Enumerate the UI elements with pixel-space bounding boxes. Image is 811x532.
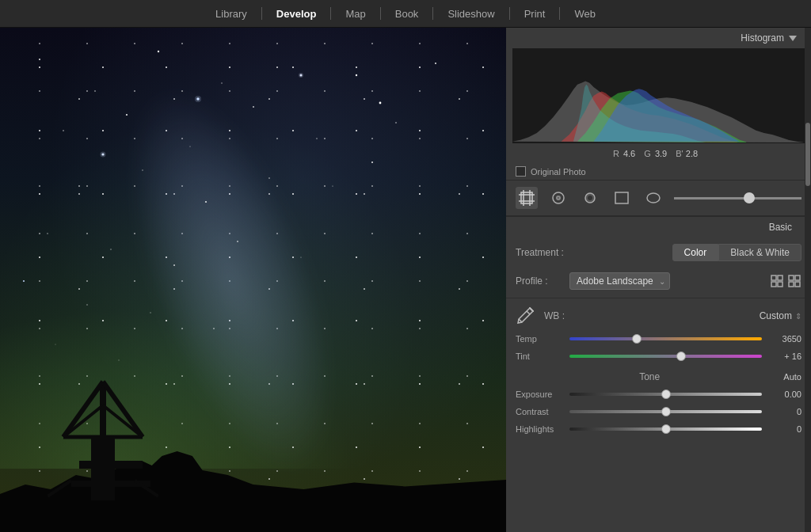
scrollbar-thumb[interactable] bbox=[805, 123, 810, 186]
basic-title: Basic bbox=[769, 222, 792, 233]
wb-label: WB : bbox=[544, 310, 565, 321]
svg-point-57 bbox=[558, 197, 559, 199]
profile-grid-icon-2[interactable] bbox=[787, 274, 801, 288]
profile-grid-icon-1[interactable] bbox=[770, 274, 784, 288]
svg-line-71 bbox=[527, 311, 530, 314]
treatment-bw-btn[interactable]: Black & White bbox=[718, 244, 801, 261]
svg-point-61 bbox=[647, 193, 660, 203]
tone-label: Tone bbox=[516, 371, 783, 382]
nav-library[interactable]: Library bbox=[201, 0, 261, 27]
original-photo-checkbox[interactable] bbox=[516, 166, 526, 177]
svg-rect-50 bbox=[521, 192, 532, 203]
svg-rect-62 bbox=[771, 276, 776, 280]
highlights-track bbox=[569, 424, 762, 435]
basic-header: Basic bbox=[506, 216, 811, 238]
g-value: 3.9 bbox=[655, 149, 667, 158]
heal-tool[interactable] bbox=[547, 187, 569, 209]
svg-rect-68 bbox=[789, 282, 794, 287]
original-photo-row: Original Photo bbox=[506, 163, 811, 180]
exposure-value: 0.00 bbox=[768, 390, 801, 399]
contrast-thumb[interactable] bbox=[661, 407, 671, 416]
profile-select[interactable]: Adobe Landscape bbox=[569, 272, 670, 290]
photo-canvas bbox=[0, 28, 506, 532]
histogram-header: Histogram bbox=[506, 28, 811, 48]
nav-slideshow[interactable]: Slideshow bbox=[433, 0, 508, 27]
highlights-thumb[interactable] bbox=[661, 424, 671, 434]
histogram-section: Histogram bbox=[506, 28, 811, 163]
auto-button[interactable]: Auto bbox=[783, 372, 801, 382]
tool-slider-row bbox=[674, 197, 801, 200]
profile-select-wrap: Adobe Landscape bbox=[569, 272, 670, 290]
nav-develop[interactable]: Develop bbox=[262, 0, 331, 27]
contrast-value: 0 bbox=[768, 407, 801, 416]
exposure-track bbox=[569, 389, 762, 400]
radial-filter-tool[interactable] bbox=[642, 187, 664, 209]
right-panel: Histogram bbox=[506, 28, 811, 532]
temp-label: Temp bbox=[516, 334, 563, 344]
wb-arrows-icon: ⇕ bbox=[795, 312, 801, 321]
wb-row: WB : Custom ⇕ bbox=[506, 298, 811, 330]
tint-thumb[interactable] bbox=[676, 352, 686, 361]
highlights-slider-row: Highlights 0 bbox=[506, 420, 811, 438]
contrast-track bbox=[569, 406, 762, 417]
histogram-graph bbox=[512, 48, 805, 143]
highlights-label: Highlights bbox=[516, 424, 563, 434]
nav-map[interactable]: Map bbox=[331, 0, 379, 27]
tint-label: Tint bbox=[516, 352, 563, 361]
svg-rect-64 bbox=[771, 282, 776, 287]
exposure-slider-row: Exposure 0.00 bbox=[506, 386, 811, 403]
highlights-value: 0 bbox=[768, 424, 801, 434]
treatment-label: Treatment : bbox=[516, 247, 579, 258]
profile-grid-icons bbox=[770, 274, 801, 288]
temp-bg bbox=[569, 337, 762, 340]
temp-slider-row: Temp 3650 bbox=[506, 330, 811, 348]
nav-book[interactable]: Book bbox=[381, 0, 433, 27]
nav-web[interactable]: Web bbox=[560, 0, 610, 27]
svg-rect-63 bbox=[778, 276, 782, 280]
svg-rect-60 bbox=[615, 192, 628, 203]
brush-size-slider[interactable] bbox=[674, 197, 801, 200]
svg-rect-45 bbox=[79, 461, 143, 469]
exposure-thumb[interactable] bbox=[661, 390, 671, 399]
b-value: 2.8 bbox=[686, 149, 698, 158]
tint-track bbox=[569, 351, 762, 362]
tint-slider-row: Tint + 16 bbox=[506, 348, 811, 365]
svg-rect-65 bbox=[778, 282, 782, 287]
treatment-options: Color Black & White bbox=[672, 244, 801, 261]
contrast-slider-row: Contrast 0 bbox=[506, 403, 811, 420]
eyedropper-tool[interactable] bbox=[516, 306, 535, 325]
tools-row bbox=[506, 180, 811, 216]
tint-bg bbox=[569, 355, 762, 358]
g-label: G bbox=[644, 149, 651, 158]
nav-print[interactable]: Print bbox=[510, 0, 560, 27]
main-layout: Histogram bbox=[0, 28, 811, 532]
crop-tool[interactable] bbox=[516, 187, 538, 209]
profile-row: Profile : Adobe Landscape bbox=[506, 268, 811, 294]
top-navigation: Library Develop Map Book Slideshow Print… bbox=[0, 0, 811, 28]
histogram-canvas bbox=[512, 48, 805, 143]
histogram-title: Histogram bbox=[741, 32, 784, 44]
contrast-label: Contrast bbox=[516, 407, 563, 416]
redeye-tool[interactable] bbox=[579, 187, 601, 209]
r-value: 4.6 bbox=[623, 149, 635, 158]
temp-thumb[interactable] bbox=[632, 334, 642, 344]
treatment-color-btn[interactable]: Color bbox=[672, 244, 719, 261]
tint-value: + 16 bbox=[768, 352, 801, 361]
r-label: R bbox=[613, 149, 619, 158]
svg-line-47 bbox=[48, 481, 71, 496]
histogram-collapse-icon[interactable] bbox=[789, 36, 797, 41]
temp-track bbox=[569, 333, 762, 344]
scrollbar[interactable] bbox=[805, 28, 811, 532]
profile-label: Profile : bbox=[516, 276, 563, 287]
tone-header-row: Tone Auto bbox=[506, 365, 811, 386]
wb-value[interactable]: Custom ⇕ bbox=[760, 310, 801, 321]
exposure-label: Exposure bbox=[516, 390, 563, 399]
temp-value: 3650 bbox=[768, 334, 801, 344]
photo-panel bbox=[0, 28, 506, 532]
b-label: B' bbox=[676, 149, 683, 158]
svg-point-59 bbox=[588, 196, 592, 200]
svg-rect-67 bbox=[795, 276, 800, 280]
graduated-filter-tool[interactable] bbox=[611, 187, 633, 209]
svg-rect-69 bbox=[795, 282, 800, 287]
mining-structure bbox=[48, 358, 158, 500]
